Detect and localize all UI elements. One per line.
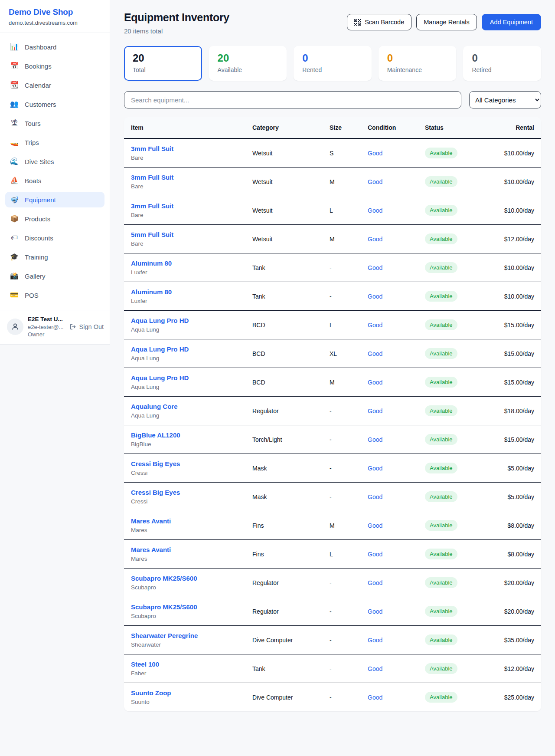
- rental-cell: $15.00/day: [493, 379, 541, 386]
- sidebar-item-equipment[interactable]: 🤿Equipment: [5, 192, 104, 207]
- condition-link[interactable]: Good: [368, 178, 382, 185]
- sidebar-item-tours[interactable]: 🏝Tours: [5, 115, 104, 131]
- item-name-link[interactable]: Cressi Big Eyes: [131, 460, 252, 467]
- sign-out-button[interactable]: Sign Out: [69, 323, 104, 330]
- item-name-link[interactable]: Aqua Lung Pro HD: [131, 317, 252, 324]
- sidebar-item-calendar[interactable]: 📆Calendar: [5, 77, 104, 93]
- sidebar-item-gallery[interactable]: 📸Gallery: [5, 268, 104, 284]
- size-cell: S: [330, 150, 368, 157]
- size-cell: -: [330, 665, 368, 672]
- item-brand: Bare: [131, 154, 252, 161]
- sidebar-item-products[interactable]: 📦Products: [5, 211, 104, 227]
- sidebar-item-bookings[interactable]: 📅Bookings: [5, 58, 104, 74]
- condition-link[interactable]: Good: [368, 207, 382, 214]
- item-name-link[interactable]: 3mm Full Suit: [131, 174, 252, 181]
- category-cell: BCD: [252, 322, 330, 329]
- status-cell: Available: [425, 520, 493, 531]
- item-name-link[interactable]: Cressi Big Eyes: [131, 489, 252, 496]
- condition-cell: Good: [368, 408, 425, 414]
- item-name-link[interactable]: 3mm Full Suit: [131, 145, 252, 152]
- condition-link[interactable]: Good: [368, 608, 382, 615]
- item-name-link[interactable]: Aqualung Core: [131, 403, 252, 410]
- rental-cell: $15.00/day: [493, 436, 541, 443]
- condition-link[interactable]: Good: [368, 236, 382, 243]
- item-name-link[interactable]: Aqua Lung Pro HD: [131, 374, 252, 381]
- condition-link[interactable]: Good: [368, 665, 382, 672]
- item-name-link[interactable]: Suunto Zoop: [131, 689, 252, 697]
- table-row: Scubapro MK25/S600 Scubapro Regulator - …: [124, 597, 541, 626]
- category-cell: BCD: [252, 350, 330, 357]
- sidebar-item-discounts[interactable]: 🏷Discounts: [5, 230, 104, 246]
- status-cell: Available: [425, 176, 493, 187]
- sidebar-item-pos[interactable]: 💳POS: [5, 287, 104, 303]
- item-cell: Aluminum 80 Luxfer: [124, 288, 252, 304]
- stat-card-available[interactable]: 20Available: [209, 46, 287, 81]
- category-cell: Wetsuit: [252, 236, 330, 243]
- item-name-link[interactable]: Steel 100: [131, 661, 252, 668]
- item-name-link[interactable]: BigBlue AL1200: [131, 431, 252, 439]
- item-brand: Luxfer: [131, 298, 252, 304]
- item-name-link[interactable]: Aluminum 80: [131, 260, 252, 267]
- item-name-link[interactable]: Scubapro MK25/S600: [131, 575, 252, 582]
- condition-link[interactable]: Good: [368, 264, 382, 271]
- item-cell: Aqualung Core Aqua Lung: [124, 403, 252, 419]
- sidebar-item-customers[interactable]: 👥Customers: [5, 96, 104, 112]
- stat-card-rented[interactable]: 0Rented: [294, 46, 372, 81]
- column-header-item: Item: [124, 117, 252, 138]
- item-name-link[interactable]: Mares Avanti: [131, 517, 252, 525]
- condition-link[interactable]: Good: [368, 350, 382, 357]
- table-row: Suunto Zoop Suunto Dive Computer - Good …: [124, 683, 541, 711]
- item-name-link[interactable]: Aqua Lung Pro HD: [131, 345, 252, 353]
- category-select[interactable]: All Categories: [469, 91, 541, 108]
- category-cell: Regulator: [252, 608, 330, 615]
- status-cell: Available: [425, 491, 493, 502]
- status-badge: Available: [425, 176, 457, 187]
- condition-link[interactable]: Good: [368, 522, 382, 529]
- scan-barcode-button[interactable]: Scan Barcode: [347, 14, 411, 30]
- condition-link[interactable]: Good: [368, 465, 382, 472]
- status-badge: Available: [425, 377, 457, 388]
- user-name: E2E Test U...: [28, 316, 65, 322]
- condition-link[interactable]: Good: [368, 579, 382, 586]
- condition-link[interactable]: Good: [368, 436, 382, 443]
- item-name-link[interactable]: 3mm Full Suit: [131, 202, 252, 210]
- status-badge: Available: [425, 634, 457, 645]
- item-name-link[interactable]: Scubapro MK25/S600: [131, 603, 252, 611]
- condition-link[interactable]: Good: [368, 379, 382, 386]
- sidebar-item-training[interactable]: 🎓Training: [5, 249, 104, 265]
- item-name-link[interactable]: Aluminum 80: [131, 288, 252, 296]
- sidebar-item-trips[interactable]: 🚤Trips: [5, 135, 104, 150]
- condition-cell: Good: [368, 694, 425, 701]
- condition-cell: Good: [368, 436, 425, 443]
- manage-rentals-button[interactable]: Manage Rentals: [416, 14, 477, 30]
- condition-link[interactable]: Good: [368, 493, 382, 500]
- brand-logo[interactable]: Demo Dive Shop: [9, 7, 101, 17]
- item-brand: Scubapro: [131, 584, 252, 591]
- condition-link[interactable]: Good: [368, 150, 382, 157]
- sidebar-item-dashboard[interactable]: 📊Dashboard: [5, 39, 104, 55]
- item-cell: Steel 100 Faber: [124, 661, 252, 677]
- stat-card-retired[interactable]: 0Retired: [463, 46, 541, 81]
- sidebar-item-dive-sites[interactable]: 🌊Dive Sites: [5, 154, 104, 169]
- size-cell: -: [330, 637, 368, 644]
- item-name-link[interactable]: Mares Avanti: [131, 546, 252, 553]
- stat-card-total[interactable]: 20Total: [124, 46, 202, 81]
- condition-link[interactable]: Good: [368, 694, 382, 701]
- condition-link[interactable]: Good: [368, 408, 382, 414]
- user-role: Owner: [28, 331, 65, 338]
- sidebar-item-boats[interactable]: ⛵Boats: [5, 173, 104, 188]
- category-cell: Wetsuit: [252, 207, 330, 214]
- condition-link[interactable]: Good: [368, 322, 382, 329]
- condition-link[interactable]: Good: [368, 551, 382, 558]
- condition-cell: Good: [368, 264, 425, 271]
- condition-link[interactable]: Good: [368, 293, 382, 300]
- stat-card-maintenance[interactable]: 0Maintenance: [379, 46, 457, 81]
- condition-link[interactable]: Good: [368, 637, 382, 644]
- boats-icon: ⛵: [10, 177, 19, 184]
- rental-cell: $20.00/day: [493, 608, 541, 615]
- table-header-row: ItemCategorySizeConditionStatusRental: [124, 117, 541, 139]
- add-equipment-button[interactable]: Add Equipment: [482, 14, 541, 30]
- item-name-link[interactable]: Shearwater Peregrine: [131, 632, 252, 639]
- item-name-link[interactable]: 5mm Full Suit: [131, 231, 252, 238]
- search-input[interactable]: [124, 91, 461, 108]
